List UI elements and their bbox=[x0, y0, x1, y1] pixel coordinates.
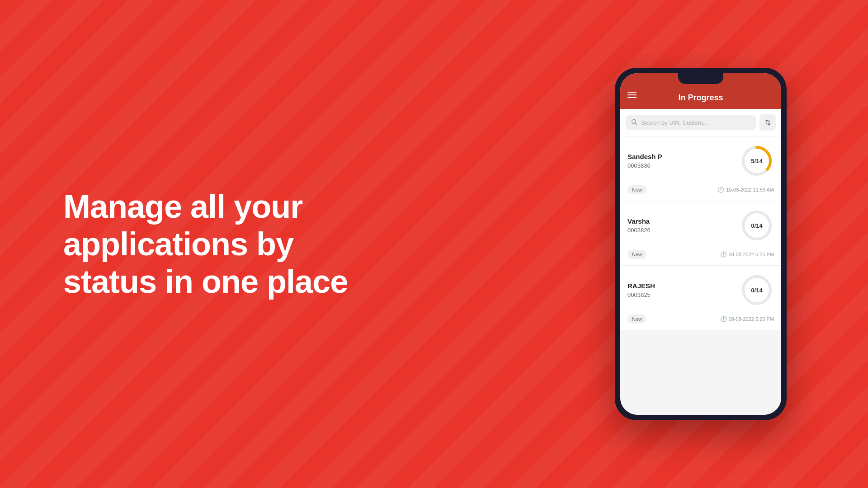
app-card-1[interactable]: Sandesh P 0003836 5/14 New bbox=[620, 136, 781, 201]
app-card-3-status: New bbox=[627, 314, 646, 324]
phone-screen: In Progress Search by UIN, Custom... ⇅ bbox=[620, 73, 781, 415]
search-input-box[interactable]: Search by UIN, Custom... bbox=[626, 115, 756, 130]
app-card-1-status: New bbox=[627, 185, 646, 194]
app-card-2-status: New bbox=[627, 250, 646, 259]
hamburger-menu[interactable] bbox=[627, 92, 637, 98]
app-card-3[interactable]: RAJESH 0003825 0/14 New bbox=[620, 266, 781, 330]
headline: Manage all your applications by status i… bbox=[63, 188, 380, 300]
app-card-1-time: 10-08-2022 11:59 AM bbox=[726, 187, 774, 192]
app-card-1-name: Sandesh P bbox=[627, 153, 662, 160]
phone-header: In Progress bbox=[620, 73, 781, 109]
app-card-3-progress: 0/14 bbox=[740, 273, 774, 307]
screen-title: In Progress bbox=[678, 93, 723, 103]
sort-button[interactable]: ⇅ bbox=[760, 114, 776, 131]
app-card-2-time: 08-08-2022 5:25 PM bbox=[729, 252, 774, 257]
phone-container: In Progress Search by UIN, Custom... ⇅ bbox=[615, 68, 787, 420]
search-placeholder-text: Search by UIN, Custom... bbox=[641, 119, 708, 126]
sort-icon: ⇅ bbox=[765, 118, 771, 127]
app-card-1-progress: 5/14 bbox=[740, 144, 774, 178]
clock-icon-2: 🕐 bbox=[720, 251, 727, 258]
clock-icon-1: 🕐 bbox=[717, 187, 724, 193]
app-card-1-uin: 0003836 bbox=[627, 162, 662, 169]
app-card-3-name: RAJESH bbox=[627, 282, 655, 290]
app-card-2-uin: 0003826 bbox=[627, 227, 651, 234]
app-card-3-timestamp: 🕐 08-08-2022 5:25 PM bbox=[720, 316, 774, 322]
svg-line-1 bbox=[636, 123, 637, 125]
search-bar: Search by UIN, Custom... ⇅ bbox=[620, 109, 781, 136]
app-card-3-uin: 0003825 bbox=[627, 291, 655, 298]
phone-device: In Progress Search by UIN, Custom... ⇅ bbox=[615, 68, 787, 420]
search-icon bbox=[631, 119, 637, 127]
app-card-3-time: 08-08-2022 5:25 PM bbox=[729, 316, 774, 322]
app-card-2-timestamp: 🕐 08-08-2022 5:25 PM bbox=[720, 251, 774, 258]
application-list: Sandesh P 0003836 5/14 New bbox=[620, 136, 781, 415]
app-card-2-progress: 0/14 bbox=[740, 208, 774, 243]
app-card-2-progress-label: 0/14 bbox=[751, 222, 762, 229]
app-card-3-progress-label: 0/14 bbox=[751, 287, 762, 294]
app-card-1-progress-label: 5/14 bbox=[751, 158, 762, 164]
app-card-2[interactable]: Varsha 0003826 0/14 New bbox=[620, 201, 781, 266]
app-card-2-name: Varsha bbox=[627, 217, 651, 225]
left-content: Manage all your applications by status i… bbox=[63, 188, 380, 300]
clock-icon-3: 🕐 bbox=[720, 316, 727, 322]
app-card-1-timestamp: 🕐 10-08-2022 11:59 AM bbox=[717, 187, 774, 193]
app-card-3-info: RAJESH 0003825 bbox=[627, 282, 655, 298]
app-card-1-info: Sandesh P 0003836 bbox=[627, 153, 662, 169]
app-card-2-info: Varsha 0003826 bbox=[627, 217, 651, 234]
